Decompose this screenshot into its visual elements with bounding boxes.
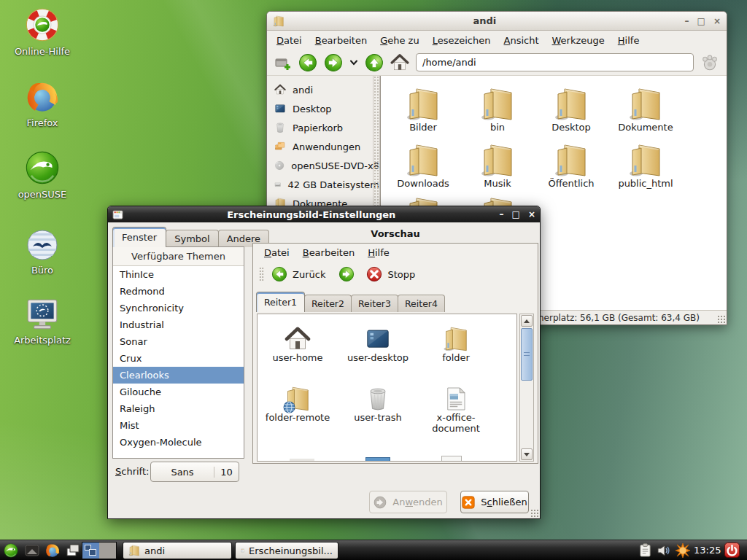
preview-menu-datei[interactable]: Datei <box>258 246 296 260</box>
preview-icon-item[interactable]: user-desktop <box>340 326 416 363</box>
tab-reiter1[interactable]: Reiter1 <box>256 292 305 312</box>
path-input[interactable]: /home/andi <box>416 53 694 71</box>
folder-item[interactable]: Bilder <box>388 87 458 133</box>
file-manager-titlebar[interactable]: andi – □ × <box>267 12 727 31</box>
taskbar-task-erscheinungsbild[interactable]: Erscheinungsbil... <box>235 542 338 559</box>
workspace-switcher[interactable] <box>82 542 117 559</box>
menu-werkzeuge[interactable]: Werkzeuge <box>546 33 611 48</box>
sidebar-item-desktop[interactable]: Desktop <box>267 99 379 118</box>
preview-icon-item[interactable]: user-trash <box>340 386 416 423</box>
apply-button[interactable]: Anwenden <box>369 491 447 513</box>
menu-hilfe[interactable]: Hilfe <box>611 33 646 48</box>
preview-icon-item[interactable]: x-office-document <box>418 386 494 434</box>
theme-row[interactable]: Sonar <box>113 333 244 350</box>
sidebar-item-opensuse-dvd[interactable]: openSUSE-DVD-x8 <box>267 156 379 175</box>
clock[interactable]: 13:25 <box>694 545 721 556</box>
tab-reiter2[interactable]: Reiter2 <box>304 295 352 312</box>
desktop-icon-opensuse[interactable]: openSUSE <box>0 149 85 200</box>
volume-icon[interactable] <box>657 543 671 558</box>
dialog-titlebar[interactable]: Erscheinungsbild-Einstellungen – □ × <box>108 206 540 222</box>
sidebar-item-anwendungen[interactable]: Anwendungen <box>267 137 379 156</box>
new-window-icon[interactable] <box>274 54 292 71</box>
resize-grip[interactable] <box>530 509 538 517</box>
theme-row[interactable]: Raleigh <box>113 400 244 417</box>
scroll-up-button[interactable] <box>521 315 533 327</box>
scrollbar-thumb[interactable] <box>521 328 533 381</box>
minimize-button[interactable]: – <box>500 209 504 219</box>
maximize-button[interactable]: □ <box>512 209 520 219</box>
theme-row[interactable]: Gilouche <box>113 384 244 400</box>
folder-item[interactable]: Musik <box>462 143 533 189</box>
workspace-2[interactable] <box>99 542 116 559</box>
desktop-icon-arbeitsplatz[interactable]: Arbeitsplatz <box>0 296 85 346</box>
folder-label: Desktop <box>536 122 606 133</box>
preview-icon-item[interactable]: folder-remote <box>260 386 336 423</box>
sidebar-item-dateisystem[interactable]: 42 GB Dateisystem <box>267 175 379 194</box>
preview-back-button[interactable]: Zurück <box>271 266 325 282</box>
resize-grip[interactable] <box>717 315 725 323</box>
close-button[interactable]: × <box>528 209 535 219</box>
workspace-1[interactable] <box>82 542 99 559</box>
folder-item[interactable]: Desktop <box>536 87 606 133</box>
desktop-icon-online-hilfe[interactable]: Online-Hilfe <box>0 6 85 57</box>
desktop-icon-firefox[interactable]: Firefox <box>0 79 85 128</box>
theme-row[interactable]: Industrial <box>113 316 244 333</box>
forward-icon[interactable] <box>324 53 343 72</box>
sidebar-item-andi[interactable]: andi <box>267 80 379 99</box>
theme-row[interactable]: Synchronicity <box>113 300 244 316</box>
folder-item[interactable]: bin <box>462 87 533 133</box>
menu-lesezeichen[interactable]: Lesezeichen <box>426 33 498 48</box>
folder-item[interactable]: Öffentlich <box>536 143 606 189</box>
preview-forward-button[interactable] <box>338 266 355 282</box>
preview-stop-button[interactable]: Stopp <box>366 266 415 282</box>
toolbar-drag-handle[interactable] <box>259 267 264 281</box>
appearance-window-icon <box>112 209 123 220</box>
close-button[interactable]: × <box>713 16 721 26</box>
updates-sun-icon[interactable] <box>675 542 691 559</box>
preview-icon-view[interactable]: user-home user-desktop folder folder-rem… <box>257 314 517 462</box>
clipboard-tray-icon[interactable] <box>638 543 652 557</box>
maximize-button[interactable]: □ <box>697 16 705 26</box>
up-icon[interactable] <box>365 53 384 72</box>
window-list-icon[interactable] <box>65 542 81 559</box>
theme-row[interactable]: Crux <box>113 350 244 367</box>
show-desktop-icon[interactable] <box>24 542 40 559</box>
sidebar-item-papierkorb[interactable]: Papierkorb <box>267 118 379 137</box>
tab-reiter4[interactable]: Reiter4 <box>398 295 445 312</box>
folder-item[interactable]: public_html <box>611 143 681 189</box>
taskbar-task-andi[interactable]: andi <box>123 542 232 559</box>
tab-symbol[interactable]: Symbol <box>166 230 218 247</box>
folder-item[interactable]: Downloads <box>388 143 458 189</box>
menu-bearbeiten[interactable]: Bearbeiten <box>309 33 374 48</box>
theme-row[interactable]: Redmond <box>113 283 244 300</box>
firefox-launcher-icon[interactable] <box>44 542 61 559</box>
tab-fenster[interactable]: Fenster <box>112 227 166 247</box>
stop-label: Stopp <box>387 269 415 280</box>
preview-menu-hilfe[interactable]: Hilfe <box>361 246 396 260</box>
preview-scrollbar[interactable] <box>519 314 534 462</box>
preview-icon-item[interactable]: folder <box>418 326 494 363</box>
folder-item[interactable]: Dokumente <box>611 87 681 133</box>
scroll-down-button[interactable] <box>521 448 533 460</box>
start-menu-suse-icon[interactable] <box>3 542 19 559</box>
home-icon[interactable] <box>390 53 409 72</box>
font-button[interactable]: Sans 10 <box>150 462 239 482</box>
stop-icon <box>366 266 382 282</box>
theme-row[interactable]: Oxygen-Molecule <box>113 434 244 451</box>
menu-datei[interactable]: Datei <box>270 33 309 48</box>
menu-ansicht[interactable]: Ansicht <box>498 33 546 48</box>
back-icon[interactable] <box>298 53 317 72</box>
power-button-icon[interactable] <box>724 542 740 558</box>
minimize-button[interactable]: – <box>685 16 689 26</box>
desktop-icon-buero[interactable]: Büro <box>0 228 85 276</box>
close-dialog-button[interactable]: Schließen <box>460 491 529 513</box>
tab-reiter3[interactable]: Reiter3 <box>351 295 398 312</box>
preview-icon-item[interactable]: user-home <box>260 326 336 363</box>
menu-gehe-zu[interactable]: Gehe zu <box>374 33 426 48</box>
chevron-down-icon[interactable] <box>349 60 358 66</box>
theme-row[interactable]: Mist <box>113 417 244 434</box>
theme-row-selected[interactable]: Clearlooks <box>113 367 244 384</box>
theme-row[interactable]: ThinIce <box>113 266 244 283</box>
theme-list-header[interactable]: Verfügbare Themen <box>113 247 244 266</box>
preview-menu-bearbeiten[interactable]: Bearbeiten <box>296 246 361 260</box>
